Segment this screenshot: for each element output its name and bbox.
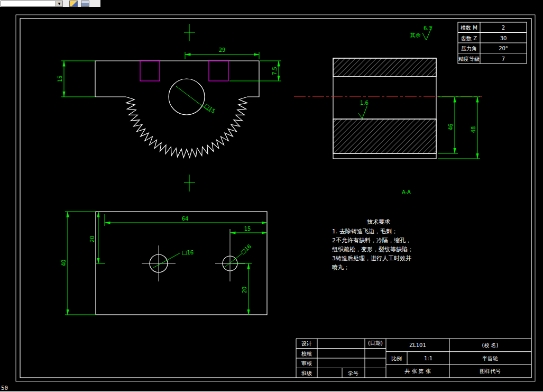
param-value: 7 xyxy=(502,56,505,62)
dim-29: 29 xyxy=(185,47,259,59)
dim-text: 20 xyxy=(242,287,247,294)
tech-line: 组织疏松，变形，裂纹等缺陷； xyxy=(332,246,413,253)
design-label: 设计 xyxy=(301,341,312,347)
hatch-bottom xyxy=(333,119,436,153)
code-label: 图样代号 xyxy=(480,368,501,374)
dim-15-offset: 15 xyxy=(230,226,267,233)
param-value: 20° xyxy=(499,45,508,51)
dim-text: □16 xyxy=(182,250,194,256)
keyway-left xyxy=(140,61,160,81)
gear-teeth-outline xyxy=(95,61,259,158)
date-label: (日期) xyxy=(368,340,383,346)
title-block: 设计 校核 审核 班级 (日期) 学号 ZL101 (校 名) 比例 1:1 半… xyxy=(296,339,531,378)
class-label: 班级 xyxy=(301,370,312,376)
tech-line: 2不允许有缺料，冷隔，缩孔， xyxy=(332,237,411,244)
drawing-canvas[interactable]: 模数 M 2 齿数 Z 30 压力角 20° 精度等级 7 其余 6.3 xyxy=(0,0,543,392)
gear-parameter-table: 模数 M 2 齿数 Z 30 压力角 20° 精度等级 7 xyxy=(458,22,527,63)
roughness-value: 1.6 xyxy=(360,100,369,106)
dim-text: 40 xyxy=(61,260,67,267)
dim-15-height: 15 xyxy=(57,61,95,97)
dim-20-bottom: 20 xyxy=(233,263,252,315)
review-label: 审核 xyxy=(301,360,312,366)
dim-text: 15 xyxy=(244,226,251,232)
dim-40: 40 xyxy=(61,212,96,315)
param-value: 2 xyxy=(502,25,505,31)
dim-48: 48 xyxy=(438,97,480,159)
scale-label: 比例 xyxy=(391,355,402,361)
dim-text: 20 xyxy=(89,236,95,243)
dim-text: 48 xyxy=(471,126,476,133)
bore-circle xyxy=(169,79,205,115)
param-label: 模数 M xyxy=(461,25,477,31)
dim-64: 64 xyxy=(105,214,267,226)
dim-text: 7.5 xyxy=(272,67,278,75)
bore-leader: □15 xyxy=(176,86,216,114)
dim-text: 46 xyxy=(448,124,454,131)
tech-line: 喷丸； xyxy=(332,264,349,271)
tech-line: 3铸造后处理，进行人工时效并 xyxy=(332,255,411,262)
technical-requirements: 技术要求 1. 去除铸造飞边，毛刺； 2不允许有缺料，冷隔，缩孔， 组织疏松，变… xyxy=(332,218,413,271)
section-label: A-A xyxy=(402,189,411,195)
param-label: 压力角 xyxy=(461,45,477,51)
param-label: 齿数 Z xyxy=(461,35,477,41)
tech-title: 技术要求 xyxy=(367,218,390,225)
part-name: 半齿轮 xyxy=(482,355,498,361)
student-id-label: 学号 xyxy=(348,370,358,376)
sheet-info: 共 张 第 张 xyxy=(404,368,431,374)
front-view: 29 15 7.5 □15 xyxy=(57,24,281,192)
dim-20-top: 20 xyxy=(89,212,105,263)
dim-text: 64 xyxy=(182,216,189,222)
drawing-number: ZL101 xyxy=(409,342,426,348)
param-value: 30 xyxy=(500,35,507,41)
roughness-rest-value: 6.3 xyxy=(424,25,432,31)
centerline-marks xyxy=(184,24,195,192)
hatch-top xyxy=(333,58,436,77)
dim-text: 15 xyxy=(57,76,63,83)
keyway-right xyxy=(209,61,228,81)
school-name: (校 名) xyxy=(482,342,499,348)
tech-line: 1. 去除铸造飞边，毛刺； xyxy=(332,228,398,235)
check-label: 校核 xyxy=(301,351,312,357)
bottom-view: 64 15 40 20 xyxy=(61,212,267,315)
default-roughness-symbol: 其余 6.3 xyxy=(410,25,432,40)
roughness-rest-label: 其余 xyxy=(410,32,421,38)
dim-46: 46 xyxy=(438,97,480,153)
dim-text: □16 xyxy=(240,243,252,256)
dim-text: □15 xyxy=(204,103,216,114)
scale-value: 1:1 xyxy=(424,355,432,361)
dim-text: 29 xyxy=(219,47,226,53)
cad-window: ▼ 模数 M 2 齿数 Z 30 xyxy=(0,0,543,392)
bore-left-leader: □16 xyxy=(153,250,194,268)
param-label: 精度等级 xyxy=(458,56,480,62)
dim-7-5: 7.5 xyxy=(229,61,281,81)
bore-roughness-symbol: 1.6 xyxy=(358,100,369,118)
side-section-view: 1.6 46 48 A-A xyxy=(294,58,482,195)
